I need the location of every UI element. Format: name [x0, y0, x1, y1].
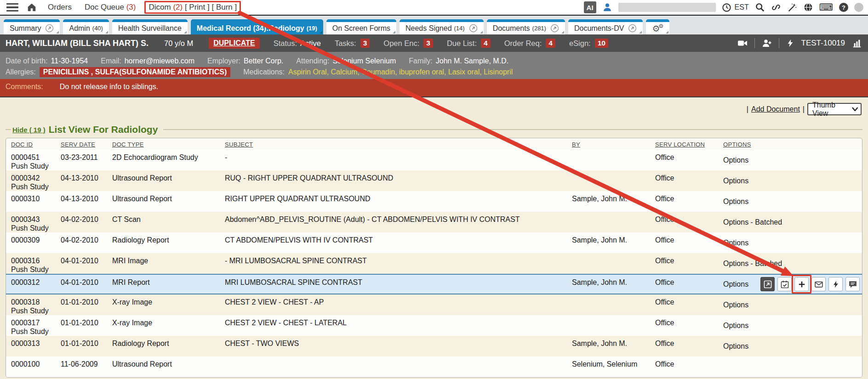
table-row-0000318[interactable]: 0000318Push Study01-01-2010X-ray ImageCH…	[6, 294, 862, 315]
row-icon-calendar-check-icon[interactable]	[777, 277, 792, 291]
doc-id-value[interactable]: 0000343	[11, 215, 56, 224]
top-nav-items: OrdersDoc Queue (3)Dicom (2) [ Print ] […	[41, 3, 243, 12]
cell-options: Options	[718, 150, 862, 170]
doc-id-value[interactable]: 0000310	[11, 194, 56, 203]
options-link[interactable]: Options	[723, 321, 748, 330]
legend-line	[6, 129, 11, 130]
column-subject[interactable]: SUBJECT	[220, 141, 567, 148]
tab-medical-record-34-radiology[interactable]: Medical Record (34):Radiology(19)	[191, 19, 323, 34]
magic-wand-icon[interactable]	[787, 2, 797, 12]
doc-id-value[interactable]: 0000451	[11, 153, 56, 162]
row-icon-image-export-icon[interactable]	[760, 277, 775, 291]
doc-id-value[interactable]: 0000317	[11, 318, 56, 327]
column-serv-date[interactable]: SERV DATE	[56, 141, 107, 148]
bolt-icon[interactable]	[786, 38, 795, 48]
table-row-0000343[interactable]: 0000343Push Study04-02-2010CT ScanAbdome…	[6, 212, 862, 232]
counter-badge-due-list[interactable]: 4	[481, 39, 491, 48]
help-icon[interactable]: ?	[839, 3, 848, 12]
counter-badge-tasks[interactable]: 3	[360, 39, 370, 48]
demo-label-employer: Employer:	[207, 57, 240, 65]
link-icon[interactable]	[771, 2, 781, 12]
tab-health-surveillance[interactable]: Health Surveillance	[112, 19, 188, 34]
column-options[interactable]: OPTIONS	[718, 141, 862, 148]
doc-id-value[interactable]: 0000313	[11, 339, 56, 348]
column-doc-id[interactable]: DOC ID	[6, 141, 56, 148]
allergies-line: Allergies: PENICILLINS , SULFA(SULFONAMI…	[6, 67, 862, 78]
options-link[interactable]: Options	[723, 280, 748, 288]
table-row-0000342[interactable]: 0000342Push Study04-13-2010Ultrasound Re…	[6, 170, 862, 191]
cell-serv-date: 04-13-2010	[56, 191, 107, 212]
tab-summary[interactable]: Summary	[4, 19, 60, 34]
tab-documents[interactable]: Documents(281)	[487, 19, 565, 34]
column-serv-location[interactable]: SERV LOCATION	[650, 141, 718, 148]
counter-badge-order-req[interactable]: 4	[546, 39, 555, 48]
options-link[interactable]: Options	[723, 197, 748, 206]
row-icon-envelope-icon[interactable]	[811, 277, 826, 291]
counter-badge-open-enc[interactable]: 3	[423, 39, 433, 48]
options-link[interactable]: Options	[723, 342, 748, 351]
hamburger-menu-icon[interactable]	[6, 3, 18, 12]
table-row-0000316[interactable]: 0000316Push Study04-01-2010MRI Image- MR…	[6, 253, 862, 274]
nav-item-orders[interactable]: Orders	[48, 3, 72, 12]
table-row-0000100[interactable]: 000010011-06-2009Ultrasound ReportSeleni…	[6, 356, 862, 377]
doc-id-value[interactable]: 0000309	[11, 236, 56, 244]
nav-item-dicom[interactable]: Dicom (2) [ Print ] [ Burn ]	[148, 3, 237, 12]
video-camera-icon[interactable]	[737, 38, 748, 49]
add-person-icon[interactable]	[761, 38, 772, 49]
nav-item-suffix: [ Print ] [ Burn ]	[183, 3, 237, 11]
tab-needs-signed[interactable]: Needs Signed(14)	[400, 19, 484, 34]
table-row-0000313[interactable]: 000031301-01-2010Radiology ReportCHEST -…	[6, 336, 862, 356]
demo-value-email: horner@mieweb.com	[125, 57, 194, 65]
options-link[interactable]: Options - Batched	[723, 259, 782, 268]
keyboard-icon[interactable]: ⌨	[819, 3, 833, 12]
hide-link[interactable]: Hide ( 19 )	[12, 126, 46, 134]
duplicate-badge[interactable]: DUPLICATE	[209, 38, 259, 49]
cell-doc-type: Ultrasound Report	[107, 191, 220, 212]
counter-badge-esign[interactable]: 10	[595, 39, 608, 48]
row-icon-comment-icon[interactable]	[845, 277, 860, 291]
table-row-0000451[interactable]: 0000451Push Study03-23-20112D Echocardio…	[6, 150, 862, 170]
clock-icon[interactable]	[722, 3, 731, 12]
tab-on-screen-forms[interactable]: On Screen Forms	[326, 19, 396, 34]
doc-id-value[interactable]: 0000312	[11, 278, 56, 287]
options-link[interactable]: Options	[723, 238, 748, 247]
ai-badge[interactable]: AI	[584, 1, 596, 13]
medications-list[interactable]: Aspirin Oral, Calcium, Coumadin, ibuprof…	[288, 68, 513, 76]
tab-settings[interactable]: ⚙⚙	[646, 19, 669, 34]
column-by[interactable]: BY	[567, 141, 650, 148]
tab-count: (40)	[92, 25, 103, 32]
doc-id-value[interactable]: 0000318	[11, 298, 56, 306]
tab-admin[interactable]: Admin(40)	[63, 19, 108, 34]
add-document-link[interactable]: Add Document	[751, 105, 800, 113]
row-icon-plus-icon[interactable]	[794, 277, 809, 291]
globe-icon[interactable]	[803, 2, 813, 12]
options-link[interactable]: Options	[723, 176, 748, 185]
chart-stats-icon[interactable]	[851, 38, 862, 48]
table-row-0000312[interactable]: 000031204-01-2010MRI ReportMRI LUMBOSACR…	[6, 274, 862, 294]
patient-counters: Tasks:3Open Enc:3Due List:4Order Req:4eS…	[321, 39, 608, 48]
options-link[interactable]: Options	[723, 300, 748, 309]
cell-subject	[220, 356, 567, 377]
table-row-0000309[interactable]: 000030904-02-2010Radiology ReportCT ABDO…	[6, 232, 862, 253]
home-icon[interactable]	[27, 2, 37, 12]
radiology-list-view: Hide ( 19 ) List View For Radiology DOC …	[6, 124, 862, 378]
doc-id-value[interactable]: 0000342	[11, 174, 56, 182]
allergies-badge[interactable]: PENICILLINS , SULFA(SULFONAMIDE ANTIBIOT…	[40, 67, 230, 77]
tab-documents-dv[interactable]: Documents-DV	[568, 19, 643, 34]
search-icon[interactable]	[755, 2, 765, 12]
doc-id-value[interactable]: 0000100	[11, 360, 56, 368]
options-link[interactable]: Options - Batched	[723, 218, 782, 226]
doc-id-value[interactable]: 0000316	[11, 256, 56, 265]
row-icon-bolt-icon[interactable]	[828, 277, 843, 291]
options-link[interactable]: Options	[723, 156, 748, 164]
user-icon[interactable]	[602, 2, 612, 12]
nav-item-doc-queue[interactable]: Doc Queue (3)	[85, 3, 136, 12]
doc-id-subtext: Push Study	[11, 327, 56, 336]
tab-count: (14)	[454, 25, 465, 32]
table-row-0000317[interactable]: 0000317Push Study01-01-2010X-ray ImageCH…	[6, 315, 862, 336]
column-doc-type[interactable]: DOC TYPE	[107, 141, 220, 148]
table-row-0000310[interactable]: 000031004-13-2010Ultrasound ReportRIGHT …	[6, 191, 862, 212]
view-mode-select[interactable]: Thumb View	[807, 103, 862, 115]
tab-count: (281)	[532, 25, 546, 32]
cell-by	[567, 150, 650, 170]
